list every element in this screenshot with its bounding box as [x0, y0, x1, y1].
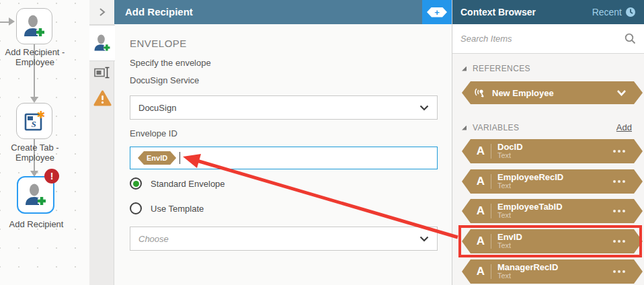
envelope-id-input[interactable]: EnvID [130, 147, 438, 169]
text-type-icon: A [473, 265, 489, 278]
panel-collapse-button[interactable] [89, 0, 114, 25]
chevron-down-icon [419, 105, 429, 111]
context-browser-header: Context Browser Recent [452, 0, 644, 24]
service-value: DocuSign [138, 103, 176, 113]
radio-unselected-icon[interactable] [130, 202, 142, 214]
variable-type: Text [497, 151, 523, 160]
smartobject-reference-icon [474, 87, 486, 98]
docusign-service-select[interactable]: DocuSign [130, 95, 438, 120]
variables-label: VARIABLES [473, 123, 519, 132]
envid-variable-tag[interactable]: EnvID [138, 151, 176, 165]
recent-label: Recent [592, 7, 622, 17]
template-placeholder: Choose [138, 234, 169, 244]
plus-hexagon-icon: + [427, 7, 447, 17]
text-caret [179, 152, 180, 164]
node-label: Create Tab - Employee [0, 142, 77, 163]
variable-name: EmployeeTabID [497, 202, 563, 211]
variable-item-employeetabid[interactable]: A EmployeeTabID Text [462, 199, 643, 223]
node-label: Add Recipient [0, 219, 78, 229]
panel-header: Add Recipient [114, 0, 422, 24]
tab-warnings[interactable] [89, 86, 115, 110]
variable-item-employeerecid[interactable]: A EmployeeRecID Text [462, 169, 643, 194]
smartobject-tab-icon: S ✱ [22, 109, 46, 133]
add-variable-chip-button[interactable]: + [422, 0, 452, 24]
chevron-down-icon [419, 236, 429, 242]
annotation-highlight-box [458, 225, 642, 257]
connector-arrowhead-icon [30, 97, 38, 103]
ellipsis-menu-icon[interactable] [613, 180, 625, 183]
variable-item-docid[interactable]: A DocID Text [462, 139, 643, 163]
variable-type: Text [497, 211, 563, 220]
search-icon[interactable] [625, 33, 636, 44]
panel-content: ENVELOPE Specify the envelope DocuSign S… [114, 24, 452, 285]
collapse-triangle-icon [462, 126, 467, 130]
node-add-recipient-employee[interactable] [16, 8, 52, 44]
standard-envelope-option[interactable]: Standard Envelope [130, 177, 225, 190]
ellipsis-menu-icon[interactable] [613, 210, 625, 212]
context-browser-title: Context Browser [460, 7, 536, 17]
references-label: REFERENCES [473, 64, 530, 73]
node-label: Add Recipient - Employee [0, 47, 77, 67]
use-template-option[interactable]: Use Template [130, 202, 204, 214]
radio-selected-icon[interactable] [130, 177, 142, 190]
ellipsis-menu-icon[interactable] [613, 150, 625, 153]
tab-fields[interactable] [89, 62, 115, 83]
variable-name: ManagerRecID [497, 263, 558, 272]
variable-type: Text [497, 272, 558, 280]
search-bar[interactable] [452, 24, 644, 54]
references-section-header[interactable]: REFERENCES [462, 64, 530, 73]
incoming-connector-line [0, 22, 9, 23]
variables-section-header[interactable]: VARIABLES [462, 123, 519, 132]
search-input[interactable] [460, 34, 625, 44]
section-subtitle: Specify the envelope [130, 58, 211, 68]
context-browser-panel: Context Browser Recent REFERENCES [452, 0, 644, 285]
add-variable-link[interactable]: Add [616, 122, 632, 132]
user-plus-icon [93, 34, 112, 52]
variable-name: DocID [497, 142, 523, 151]
variable-name: EmployeeRecID [497, 173, 563, 181]
envelope-id-label: Envelope ID [130, 128, 177, 138]
reference-item-new-employee[interactable]: New Employee [462, 81, 643, 104]
workflow-canvas[interactable]: Add Recipient - Employee S ✱ Create Tab … [0, 0, 89, 285]
text-type-icon: A [473, 145, 489, 158]
collapse-triangle-icon [462, 67, 467, 71]
text-type-icon: A [473, 175, 489, 188]
radio-label: Use Template [151, 204, 204, 214]
text-field-icon [94, 66, 110, 79]
chevron-right-icon [98, 7, 106, 17]
user-plus-icon [24, 184, 48, 206]
clock-icon [625, 7, 636, 17]
service-label: DocuSign Service [130, 75, 199, 85]
svg-text:S: S [31, 119, 36, 129]
section-title: ENVELOPE [130, 38, 187, 49]
radio-label: Standard Envelope [151, 179, 225, 189]
chevron-down-icon[interactable] [616, 89, 627, 96]
svg-text:✱: ✱ [37, 109, 46, 121]
incoming-arrowhead-icon [9, 17, 15, 26]
error-badge: ! [44, 169, 59, 184]
variable-type: Text [497, 181, 563, 190]
user-plus-icon [22, 15, 46, 38]
text-type-icon: A [473, 204, 489, 218]
node-create-tab-employee[interactable]: S ✱ [16, 103, 52, 139]
warning-icon [93, 90, 112, 106]
tab-recipient[interactable] [89, 25, 115, 61]
template-select[interactable]: Choose [130, 227, 438, 251]
recent-button[interactable]: Recent [592, 7, 636, 17]
reference-label: New Employee [492, 88, 554, 98]
panel-title: Add Recipient [114, 0, 422, 24]
variable-item-managerrecid[interactable]: A ManagerRecID Text [462, 259, 643, 284]
ellipsis-menu-icon[interactable] [613, 270, 625, 273]
